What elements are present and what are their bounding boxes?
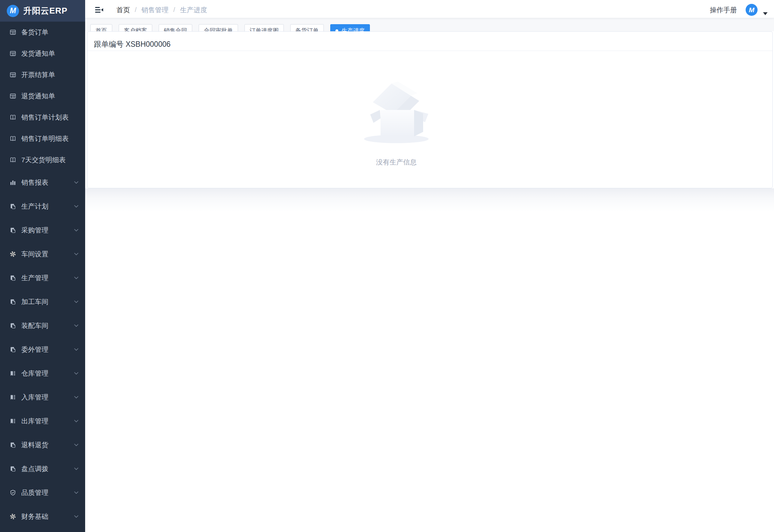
sidebar-item[interactable]: 销售报表 [0, 171, 85, 194]
sidebar-item[interactable]: 财务基础 [0, 505, 85, 528]
chevron-down-icon [74, 252, 79, 256]
chevron-down-icon [74, 229, 79, 232]
book-icon [10, 114, 16, 121]
copy-icon [10, 275, 16, 281]
gear-icon [10, 513, 16, 520]
sidebar-item-label: 生产计划 [21, 202, 48, 211]
sidebar-item[interactable]: 盘点调拨 [0, 457, 85, 481]
sidebar-item-label: 销售报表 [21, 178, 48, 187]
sidebar-item[interactable]: 退料退货 [0, 433, 85, 457]
tag-item[interactable]: 合同审批单 [199, 24, 238, 31]
sidebar-item[interactable]: 委外管理 [0, 338, 85, 361]
breadcrumb-separator: / [135, 6, 137, 14]
sidebar-item-label: 销售订单计划表 [21, 113, 69, 122]
sidebar-item[interactable]: 销售订单计划表 [0, 107, 85, 128]
sidebar-item[interactable]: 退货通知单 [0, 85, 85, 107]
chevron-down-icon [74, 491, 79, 494]
chevron-down-icon [74, 276, 79, 280]
sidebar-item-label: 退料退货 [21, 440, 48, 449]
read-icon [10, 394, 16, 400]
caret-down-icon[interactable] [763, 12, 768, 15]
sidebar-item[interactable]: 备货订单 [0, 22, 85, 43]
sidebar-item-label: 仓库管理 [21, 369, 48, 378]
app-logo[interactable]: M [7, 5, 19, 17]
sidebar-item[interactable]: 车间设置 [0, 242, 85, 266]
sidebar-item[interactable]: 入库管理 [0, 385, 85, 409]
empty-text: 没有生产信息 [359, 158, 433, 167]
copy-icon [10, 299, 16, 305]
read-icon [10, 418, 16, 424]
app-root: M 升阳云ERP 备货订单 发货通知单 开票结算单 退货通知单 销售订单计划表 … [0, 0, 774, 532]
sidebar-item[interactable]: 采购管理 [0, 218, 85, 242]
tag-item[interactable]: 订单进度图 [244, 24, 284, 31]
read-icon [10, 370, 16, 377]
breadcrumb-item[interactable]: 首页 [116, 5, 130, 15]
production-progress-card: 跟单编号 XSBH000006 [87, 31, 773, 188]
sidebar-item-label: 开票结算单 [21, 70, 55, 79]
sidebar-item[interactable]: 生产计划 [0, 194, 85, 218]
tag-item[interactable]: 首页 [90, 24, 112, 31]
sidebar-item-label: 车间设置 [21, 250, 48, 259]
tag-item[interactable]: 销售合同 [159, 24, 192, 31]
copy-icon [10, 203, 16, 210]
chevron-down-icon [74, 419, 79, 423]
chevron-down-icon [74, 396, 79, 399]
bar-chart-icon [10, 179, 16, 186]
table-icon [10, 29, 16, 35]
card-body: 没有生产信息 [87, 51, 772, 188]
tag-label: 生产进度 [342, 27, 365, 31]
sidebar-item[interactable]: 开票结算单 [0, 64, 85, 85]
table-icon [10, 93, 16, 99]
breadcrumb-item: 销售管理 [142, 5, 169, 15]
hamburger-fold-icon [95, 6, 104, 14]
gear-icon [10, 251, 16, 257]
sidebar-item-label: 采购管理 [21, 226, 48, 235]
sidebar-item[interactable]: 7天交货明细表 [0, 149, 85, 171]
sidebar-item[interactable]: 生产管理 [0, 266, 85, 290]
shield-icon [10, 489, 16, 496]
sidebar-item-label: 加工车间 [21, 297, 48, 306]
sidebar-item-label: 委外管理 [21, 345, 48, 354]
sidebar-item[interactable]: 出库管理 [0, 409, 85, 433]
sidebar-item[interactable]: 销售订单明细表 [0, 128, 85, 149]
sidebar-menu: 备货订单 发货通知单 开票结算单 退货通知单 销售订单计划表 销售订单明细表 7… [0, 22, 85, 528]
copy-icon [10, 346, 16, 353]
top-navbar: 首页/销售管理/生产进度 操作手册 M [85, 0, 774, 18]
breadcrumb-separator: / [174, 6, 175, 14]
sidebar-item-label: 出库管理 [21, 417, 48, 426]
tag-item[interactable]: 备货订单 [290, 24, 324, 31]
breadcrumb: 首页/销售管理/生产进度 [116, 5, 207, 15]
sidebar-item-label: 盘点调拨 [21, 464, 48, 473]
tag-label: 首页 [95, 27, 107, 31]
copy-icon [10, 466, 16, 472]
book-icon [10, 135, 16, 142]
sidebar-item[interactable]: 品质管理 [0, 481, 85, 505]
copy-icon [10, 227, 16, 233]
avatar[interactable]: M [746, 4, 758, 16]
manual-link[interactable]: 操作手册 [710, 5, 737, 15]
tags-view-bar: 首页 客户档案 销售合同 合同审批单 订单进度图 备货订单 生产进度 [85, 18, 774, 31]
sidebar-item[interactable]: 仓库管理 [0, 361, 85, 385]
tag-label: 订单进度图 [250, 27, 279, 31]
book-icon [10, 157, 16, 163]
table-icon [10, 50, 16, 57]
sidebar-item-label: 生产管理 [21, 273, 48, 282]
card-title: 跟单编号 XSBH000006 [94, 40, 171, 48]
chevron-down-icon [74, 181, 79, 184]
sidebar-item[interactable]: 发货通知单 [0, 43, 85, 64]
main-area: 首页/销售管理/生产进度 操作手册 M 首页 客户档案 销售合同 合同审批单 订… [85, 0, 774, 532]
chevron-down-icon [74, 324, 79, 327]
breadcrumb-item: 生产进度 [180, 5, 207, 15]
tag-label: 客户档案 [124, 27, 147, 31]
sidebar-item[interactable]: 装配车间 [0, 314, 85, 338]
sidebar-item[interactable]: 加工车间 [0, 290, 85, 314]
table-icon [10, 72, 16, 78]
tag-item[interactable]: 客户档案 [119, 24, 152, 31]
sidebar-item-label: 发货通知单 [21, 49, 55, 58]
sidebar-collapse-button[interactable] [95, 6, 104, 14]
sidebar-item-label: 7天交货明细表 [21, 155, 66, 164]
chevron-down-icon [74, 372, 79, 375]
tag-item[interactable]: 生产进度 [330, 24, 370, 31]
sidebar-item-label: 备货订单 [21, 28, 48, 37]
sidebar-item-label: 装配车间 [21, 321, 48, 330]
